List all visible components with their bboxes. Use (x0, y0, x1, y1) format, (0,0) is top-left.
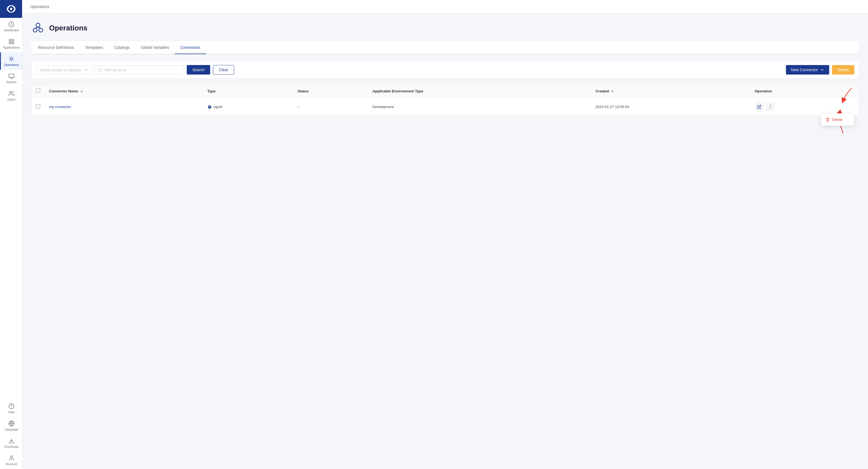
row-created-cell: 2024-01-27 13:55:54 (591, 98, 750, 116)
row-type-cell: ngrok (203, 98, 293, 116)
tab-catalogs[interactable]: Catalogs (108, 41, 135, 54)
connector-type: ngrok (214, 105, 223, 109)
sort-created-icon[interactable]: ⇅ (611, 90, 614, 93)
row-checkbox[interactable] (36, 104, 40, 108)
name-filter-input[interactable] (105, 68, 180, 72)
svg-rect-3 (12, 39, 14, 41)
applications-icon (8, 38, 14, 45)
col-type: Type (203, 85, 293, 98)
trash-icon (826, 118, 830, 122)
sidebar-item-help[interactable]: Help (0, 400, 22, 417)
row-status-cell: – (293, 98, 368, 116)
svg-rect-2 (9, 39, 11, 41)
page-title: Operations (49, 24, 87, 32)
svg-point-12 (10, 456, 12, 458)
name-filter-input-wrapper (95, 65, 184, 74)
connectors-table: Connector Name ⇅ Type Status Applicable … (31, 84, 859, 116)
delete-dropdown-item[interactable]: Delete (821, 115, 854, 125)
edit-icon (757, 105, 762, 109)
clear-button[interactable]: Clear (213, 65, 234, 74)
account-icon (8, 455, 14, 461)
sidebar-item-label: Language (5, 428, 19, 431)
system-icon (8, 73, 14, 79)
sidebar-item-label: Operations (4, 63, 19, 66)
col-created: Created ⇅ (591, 85, 750, 98)
content-area: Operations Resource Definitions Template… (22, 13, 868, 469)
row-name-cell: my-connector (45, 98, 203, 116)
sidebar-item-label: Download (5, 445, 19, 448)
sidebar-item-label: Account (6, 462, 17, 466)
breadcrumb: Operations (30, 4, 49, 9)
svg-point-0 (10, 8, 12, 10)
gear-icon (207, 104, 212, 109)
sidebar-item-label: Users (7, 98, 16, 101)
row-checkbox-cell (32, 98, 45, 116)
more-options-button[interactable]: ⋮ (766, 102, 775, 111)
connector-name-link[interactable]: my-connector (49, 105, 71, 109)
svg-point-9 (9, 404, 14, 409)
delete-button-top[interactable]: Delete (832, 65, 854, 74)
svg-line-17 (38, 27, 41, 28)
col-operation: Operation (750, 85, 859, 98)
sort-name-icon[interactable]: ⇅ (81, 90, 83, 93)
operations-icon (8, 56, 14, 62)
dashboard-icon (8, 21, 14, 27)
delete-dropdown-label: Delete (832, 118, 843, 122)
tab-global-variables[interactable]: Global Variables (135, 41, 175, 54)
operation-dropdown-menu: Delete (821, 113, 854, 126)
connector-status: – (298, 105, 300, 109)
new-connector-button[interactable]: New Connector (786, 65, 829, 74)
svg-point-18 (99, 68, 101, 71)
tabs-bar: Resource Definitions Templates Catalogs … (31, 41, 859, 54)
col-status: Status (293, 85, 368, 98)
search-icon (98, 68, 102, 72)
page-icon (31, 21, 45, 35)
row-env-type-cell: Development (368, 98, 591, 116)
tab-templates[interactable]: Templates (80, 41, 108, 54)
sidebar-item-account[interactable]: Account (0, 452, 22, 469)
col-env-type: Applicable Environment Type (368, 85, 591, 98)
svg-point-6 (10, 58, 12, 60)
sidebar: Dashboard Applications Operations System (0, 0, 22, 469)
svg-line-16 (35, 27, 38, 28)
svg-point-8 (10, 91, 12, 93)
users-icon (8, 90, 14, 97)
search-button[interactable]: Search (187, 65, 210, 74)
col-checkbox (32, 85, 45, 98)
filter-bar: please choose a category Search Clear (31, 61, 859, 79)
help-icon (8, 403, 14, 409)
sidebar-item-system[interactable]: System (0, 70, 22, 87)
svg-point-14 (33, 28, 37, 32)
category-placeholder: please choose a category (40, 68, 81, 72)
language-icon (8, 420, 14, 427)
table-row: my-connector ngrok – (32, 98, 859, 116)
tab-resource-definitions[interactable]: Resource Definitions (32, 41, 80, 54)
page-header: Operations (31, 21, 859, 35)
sidebar-item-dashboard[interactable]: Dashboard (0, 18, 22, 35)
tab-connectors[interactable]: Connectors (175, 41, 206, 54)
row-operation-cell: ⋮ (750, 98, 859, 116)
sidebar-item-operations[interactable]: Operations (0, 53, 22, 70)
svg-rect-7 (9, 74, 14, 77)
download-icon (8, 438, 14, 444)
svg-point-15 (39, 28, 43, 32)
edit-button[interactable] (755, 102, 764, 111)
svg-point-13 (36, 23, 40, 27)
sidebar-item-label: Applications (3, 46, 20, 49)
sidebar-item-users[interactable]: Users (0, 87, 22, 104)
svg-rect-4 (9, 42, 11, 44)
sidebar-item-language[interactable]: Language (0, 417, 22, 434)
sidebar-item-applications[interactable]: Applications (0, 35, 22, 53)
sidebar-item-label: Help (8, 410, 15, 414)
main-content: Operations Operations Resource Definitio… (22, 0, 868, 469)
connector-env-type: Development (372, 105, 394, 109)
category-select[interactable]: please choose a category (36, 65, 92, 74)
sidebar-item-label: System (6, 81, 17, 84)
chevron-down-icon (84, 68, 88, 72)
col-name: Connector Name ⇅ (45, 85, 203, 98)
logo[interactable] (0, 0, 22, 18)
sidebar-item-download[interactable]: Download (0, 434, 22, 452)
select-all-checkbox[interactable] (36, 89, 40, 93)
topbar: Operations (22, 0, 868, 13)
chevron-down-icon (820, 68, 824, 72)
